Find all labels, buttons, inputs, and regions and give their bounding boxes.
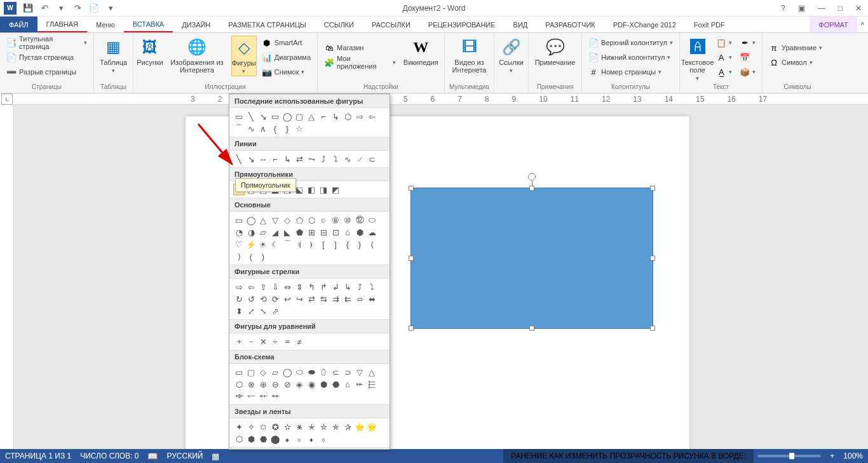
shape-flow-grid-6[interactable]: ⬬: [306, 366, 317, 378]
shape-arrows-grid-21[interactable]: ⇇: [342, 293, 353, 305]
help-icon[interactable]: ?: [777, 4, 789, 13]
shape-basic-grid-2[interactable]: △: [257, 214, 269, 226]
shape-stars-grid-16[interactable]: ⬥: [281, 433, 293, 445]
shape-stars-grid-1[interactable]: ✧: [245, 421, 257, 432]
store-button[interactable]: 🛍Магазин: [322, 41, 398, 55]
equation-button[interactable]: πУравнение▾: [766, 41, 825, 55]
close-icon[interactable]: ✕: [851, 4, 865, 13]
qat-save[interactable]: 💾: [20, 1, 36, 16]
shape-stars-grid-3[interactable]: ✪: [269, 421, 281, 432]
resize-handle-w[interactable]: [409, 256, 414, 261]
ribbon-display-icon[interactable]: ▣: [794, 4, 809, 13]
signature-icon[interactable]: ✒▾: [737, 36, 758, 50]
shape-flow-grid-19[interactable]: ⬢: [318, 378, 329, 390]
shape-basic-grid-29[interactable]: ⟬: [294, 238, 305, 250]
line-curve3[interactable]: ⤵: [330, 153, 341, 165]
status-spell-icon[interactable]: 📖: [147, 452, 158, 461]
line-arrow[interactable]: ↘: [245, 153, 257, 165]
shape-arrows-grid-18[interactable]: ⇄: [306, 293, 317, 305]
resize-handle-nw[interactable]: [409, 186, 414, 191]
ruler-tab-selector[interactable]: L: [1, 93, 13, 105]
tab-pdfxchange[interactable]: PDF-XChange 2012: [604, 17, 685, 32]
shape-basic-grid-0[interactable]: ▭: [233, 214, 245, 226]
cover-page-button[interactable]: 📑Титульная страница▾: [4, 36, 90, 50]
shape-stars-grid-7[interactable]: ✮: [318, 421, 329, 432]
shape-arrows-grid-4[interactable]: ⇔: [281, 281, 293, 293]
shape-basic-grid-27[interactable]: ☾: [269, 238, 281, 250]
rect-round2[interactable]: ◧: [306, 184, 317, 195]
shape-rbrace[interactable]: }: [281, 123, 293, 134]
qat-customize[interactable]: ▾: [103, 1, 118, 16]
shape-arrows-grid-12[interactable]: ↻: [233, 293, 245, 305]
ribbon-collapse-icon[interactable]: ^: [857, 17, 868, 32]
shape-arrows-grid-14[interactable]: ⟲: [257, 293, 269, 305]
shape-flow-grid-23[interactable]: ⬱: [366, 378, 377, 390]
wikipedia-button[interactable]: WВикипедия: [401, 36, 440, 67]
shape-arrow3[interactable]: ⇦: [366, 111, 377, 122]
footer-button[interactable]: 📄Нижний колонтитул▾: [586, 50, 675, 64]
line-curve1[interactable]: ⤳: [306, 153, 317, 165]
shape-arrows-grid-11[interactable]: ⤵: [366, 281, 377, 293]
shape-basic-grid-34[interactable]: }: [354, 238, 365, 250]
line-double[interactable]: ↔: [257, 153, 269, 165]
ruler-vertical[interactable]: [0, 105, 14, 449]
shape-basic-grid-4[interactable]: ◇: [281, 214, 293, 226]
shape-basic-grid-31[interactable]: [: [318, 238, 329, 250]
shape-arrows-grid-6[interactable]: ↰: [306, 281, 317, 293]
shape-basic-grid-35[interactable]: ⟨: [366, 238, 377, 250]
rect-roundd[interactable]: ◨: [318, 184, 329, 195]
shape-stars-grid-17[interactable]: ⬦: [294, 433, 305, 445]
shape-curve[interactable]: ∿: [245, 123, 257, 134]
chart-button[interactable]: 📊Диаграмма: [259, 50, 313, 64]
rect-snipround[interactable]: ◩: [330, 184, 341, 195]
tab-foxit[interactable]: Foxit PDF: [685, 17, 734, 32]
shape-flow-grid-9[interactable]: ⊃: [342, 366, 353, 378]
resize-handle-se[interactable]: [650, 326, 655, 331]
shape-arrows-grid-8[interactable]: ↲: [330, 281, 341, 293]
shape-flow-grid-14[interactable]: ⊕: [257, 378, 269, 390]
pictures-button[interactable]: 🖼Рисунки: [137, 36, 163, 67]
shape-stars-grid-13[interactable]: ⬢: [245, 433, 257, 445]
qat-redo[interactable]: ↷: [70, 1, 85, 16]
table-button[interactable]: ▦Таблица▾: [98, 36, 129, 75]
shape-flow-grid-17[interactable]: ◈: [294, 378, 305, 390]
page-break-button[interactable]: ➖Разрыв страницы: [4, 65, 90, 79]
resize-handle-n[interactable]: [529, 186, 534, 191]
shape-flow-grid-3[interactable]: ▱: [269, 366, 281, 378]
shape-basic-grid-11[interactable]: ⬭: [366, 214, 377, 226]
header-button[interactable]: 📄Верхний колонтитул▾: [586, 36, 675, 50]
shape-flow-grid-11[interactable]: △: [366, 366, 377, 378]
resize-handle-ne[interactable]: [650, 186, 655, 191]
shape-basic-grid-14[interactable]: ▱: [257, 226, 269, 238]
shape-arrows-grid-1[interactable]: ⇦: [245, 281, 257, 293]
shape-arrows-grid-16[interactable]: ↩: [281, 293, 293, 305]
status-language[interactable]: РУССКИЙ: [166, 452, 203, 460]
eq-minus[interactable]: －: [245, 336, 257, 347]
shape-stars-grid-9[interactable]: ✰: [342, 421, 353, 432]
shape-arrows-grid-24[interactable]: ⬍: [233, 305, 245, 317]
zoom-in[interactable]: +: [830, 452, 834, 460]
shape-arrow[interactable]: ↘: [257, 111, 269, 122]
shape-arrows-grid-20[interactable]: ⇉: [330, 293, 341, 305]
shape-stars-grid-12[interactable]: ⬡: [233, 433, 245, 445]
datetime-icon[interactable]: 📅: [737, 50, 758, 64]
shape-basic-grid-28[interactable]: ⌒: [281, 238, 293, 250]
shape-arrows-grid-15[interactable]: ⟳: [269, 293, 281, 305]
shape-basic-grid-33[interactable]: {: [342, 238, 353, 250]
shape-arrows-grid-2[interactable]: ⇧: [257, 281, 269, 293]
shape-stars-grid-11[interactable]: 🌟: [366, 421, 377, 432]
tab-design[interactable]: ДИЗАЙН: [173, 17, 219, 32]
shape-arrows-grid-22[interactable]: ⬄: [354, 293, 365, 305]
shape-triangle[interactable]: △: [306, 111, 317, 122]
shape-basic-grid-19[interactable]: ⊟: [318, 226, 329, 238]
shape-basic-grid-20[interactable]: ⊡: [330, 226, 341, 238]
line-scribble[interactable]: ∿: [342, 153, 353, 165]
shape-basic-grid-25[interactable]: ⚡: [245, 238, 257, 250]
shape-roundrect[interactable]: ▢: [294, 111, 305, 122]
shape-stars-grid-15[interactable]: ⬤: [269, 433, 281, 445]
tab-insert[interactable]: ВСТАВКА: [124, 17, 173, 32]
shape-basic-grid-5[interactable]: ⬠: [294, 214, 305, 226]
shape-basic-grid-24[interactable]: ♡: [233, 238, 245, 250]
shape-basic-grid-13[interactable]: ◑: [245, 226, 257, 238]
shape-basic-grid-18[interactable]: ⊞: [306, 226, 317, 238]
